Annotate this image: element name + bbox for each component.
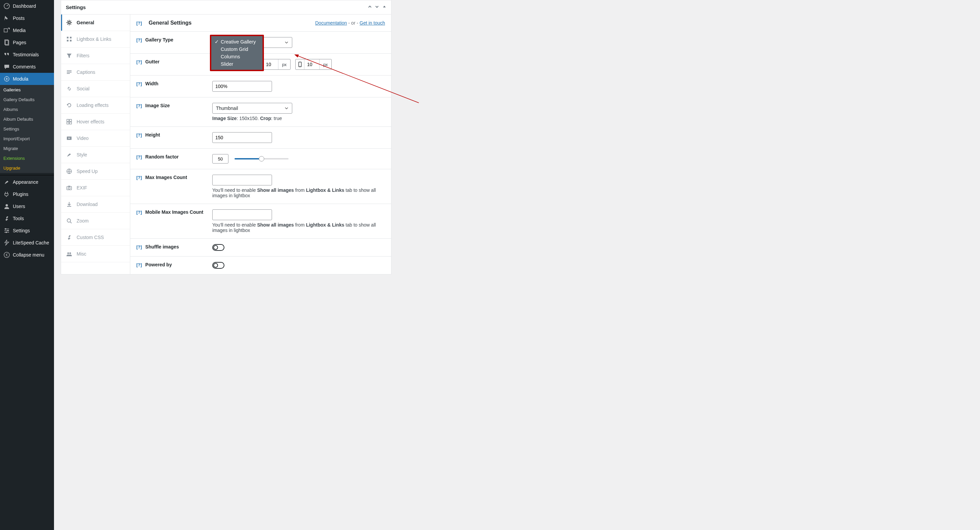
globe-icon (66, 168, 73, 175)
width-input[interactable] (212, 81, 272, 92)
wp-menu-item-settings[interactable]: Settings (0, 225, 54, 237)
tab-speed-up[interactable]: Speed Up (61, 163, 130, 180)
gallery-type-option[interactable]: Slider (214, 60, 260, 68)
wp-menu-item-dashboard[interactable]: Dashboard (0, 0, 54, 12)
mobile-max-note: You'll need to enable Show all images fr… (212, 222, 385, 233)
wp-menu-item-tools[interactable]: Tools (0, 213, 54, 225)
wp-menu-item-collapse-menu[interactable]: Collapse menu (0, 249, 54, 261)
help-icon[interactable]: [?] (136, 175, 142, 180)
tab-zoom[interactable]: Zoom (61, 213, 130, 229)
tab-style[interactable]: Style (61, 147, 130, 163)
help-icon[interactable]: [?] (136, 132, 142, 138)
help-icon[interactable]: [?] (136, 262, 142, 267)
powered-label: Powered by (145, 262, 172, 267)
settings-tabs: GeneralLightbox & LinksFiltersCaptionsSo… (61, 14, 130, 274)
wp-menu-item-users[interactable]: Users (0, 200, 54, 213)
wp-submenu-upgrade[interactable]: Upgrade (0, 163, 54, 173)
help-icon[interactable]: [?] (136, 154, 142, 159)
tab-exif[interactable]: EXIF (61, 180, 130, 196)
media-icon (3, 27, 10, 34)
gutter-tablet-input[interactable] (263, 59, 278, 70)
tab-download[interactable]: Download (61, 196, 130, 213)
help-icon[interactable]: [?] (136, 21, 142, 25)
svg-point-27 (70, 252, 71, 254)
wp-menu-item-plugins[interactable]: Plugins (0, 188, 54, 200)
get-in-touch-link[interactable]: Get in touch (360, 20, 385, 25)
help-icon[interactable]: [?] (136, 81, 142, 86)
wp-menu-item-litespeed-cache[interactable]: LiteSpeed Cache (0, 237, 54, 249)
tab-loading-effects[interactable]: Loading effects (61, 97, 130, 114)
wp-menu-item-appearance[interactable]: Appearance (0, 176, 54, 188)
tab-filters[interactable]: Filters (61, 48, 130, 64)
wp-menu-item-media[interactable]: Media (0, 24, 54, 36)
gallery-type-dropdown[interactable]: Creative GalleryCustom GridColumnsSlider (210, 35, 264, 71)
download-icon (66, 201, 73, 208)
mobile-icon (296, 59, 304, 70)
wp-submenu-migrate[interactable]: Migrate (0, 144, 54, 153)
height-input[interactable] (212, 132, 272, 143)
wp-submenu-settings[interactable]: Settings (0, 124, 54, 134)
page-icon (3, 39, 10, 46)
tab-general[interactable]: General (61, 14, 130, 31)
shuffle-toggle[interactable] (212, 244, 224, 251)
tab-custom-css[interactable]: Custom CSS (61, 229, 130, 246)
tab-hover-effects[interactable]: Hover effects (61, 114, 130, 130)
wp-menu-item-comments[interactable]: Comments (0, 61, 54, 73)
image-size-select[interactable]: Thumbnail (212, 103, 292, 114)
random-input[interactable] (212, 154, 229, 163)
svg-point-31 (300, 66, 300, 66)
help-icon[interactable]: [?] (136, 59, 142, 64)
collapse-icon[interactable] (382, 5, 387, 10)
svg-rect-24 (68, 186, 70, 187)
wp-submenu-galleries[interactable]: Galleries (0, 85, 54, 95)
px-unit: px (319, 59, 331, 70)
help-icon[interactable]: [?] (136, 210, 142, 215)
svg-point-11 (68, 22, 70, 24)
help-icon[interactable]: [?] (136, 244, 142, 249)
grid2-icon (66, 118, 73, 125)
wp-submenu-import-export[interactable]: Import/Export (0, 134, 54, 144)
gutter-mobile-input[interactable] (304, 59, 319, 70)
powered-toggle[interactable] (212, 262, 224, 269)
prev-icon[interactable] (368, 5, 373, 10)
brush-icon (66, 151, 73, 158)
tab-social[interactable]: Social (61, 81, 130, 97)
gear-icon (66, 19, 73, 26)
wp-menu-item-testimonials[interactable]: Testimonials (0, 49, 54, 61)
plug-icon (3, 191, 10, 198)
image-size-label: Image Size (145, 103, 170, 108)
svg-rect-14 (67, 40, 68, 41)
width-label: Width (145, 81, 159, 86)
help-icon[interactable]: [?] (136, 37, 142, 43)
litespeed-icon (3, 240, 10, 246)
gallery-type-option[interactable]: Creative Gallery (214, 38, 260, 46)
grid-icon (66, 36, 73, 43)
svg-point-10 (4, 252, 10, 257)
documentation-link[interactable]: Documentation (315, 20, 347, 25)
wp-admin-sidebar: DashboardPostsMediaPagesTestimonialsComm… (0, 0, 54, 530)
wp-submenu-extensions[interactable]: Extensions (0, 153, 54, 163)
wp-submenu-albums[interactable]: Albums (0, 105, 54, 114)
svg-rect-16 (67, 119, 69, 121)
tab-misc[interactable]: Misc (61, 246, 130, 262)
max-images-input[interactable] (212, 175, 272, 186)
px-unit: px (278, 59, 290, 70)
link-icon (66, 85, 73, 92)
help-icon[interactable]: [?] (136, 103, 142, 108)
wp-submenu-album-defaults[interactable]: Album Defaults (0, 114, 54, 124)
gallery-type-option[interactable]: Custom Grid (214, 46, 260, 53)
random-slider[interactable] (235, 158, 288, 159)
sliders-icon (3, 227, 10, 234)
wp-menu-item-pages[interactable]: Pages (0, 36, 54, 49)
mobile-max-input[interactable] (212, 209, 272, 220)
tab-captions[interactable]: Captions (61, 64, 130, 81)
wp-submenu-gallery-defaults[interactable]: Gallery Defaults (0, 95, 54, 105)
wp-menu-item-modula[interactable]: Modula (0, 73, 54, 85)
svg-rect-7 (5, 228, 6, 230)
tab-video[interactable]: Video (61, 130, 130, 147)
next-icon[interactable] (375, 5, 380, 10)
tab-lightbox-links[interactable]: Lightbox & Links (61, 31, 130, 48)
gallery-type-option[interactable]: Columns (214, 53, 260, 60)
wp-menu-item-posts[interactable]: Posts (0, 12, 54, 24)
svg-rect-13 (70, 37, 72, 38)
